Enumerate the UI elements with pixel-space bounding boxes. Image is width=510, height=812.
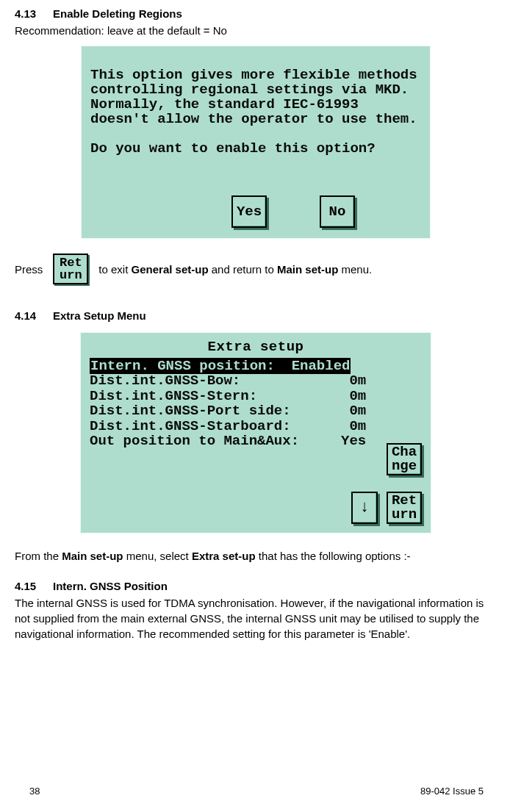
extra-setup-panel: Extra setup Intern. GNSS position: Enabl… xyxy=(80,332,431,533)
down-arrow-button[interactable]: ↓ xyxy=(351,492,378,524)
after-extra-bold2: Extra set-up xyxy=(192,550,256,562)
yes-button[interactable]: Yes xyxy=(231,195,267,228)
change-button[interactable]: Cha nge xyxy=(387,443,422,475)
press-end: menu. xyxy=(342,263,373,276)
dialog-enable-deleting-regions: This option gives more flexible methods … xyxy=(81,46,431,239)
heading-413: 4.13 Enable Deleting Regions xyxy=(15,6,497,23)
dialog-line1: This option gives more flexible methods xyxy=(90,67,417,83)
after-extra-paragraph: From the Main set-up menu, select Extra … xyxy=(15,548,497,564)
dialog-line2: controlling regional settings via MKD. xyxy=(90,82,409,98)
doc-id: 89-042 Issue 5 xyxy=(420,785,484,798)
after-extra-post: that has the following options :- xyxy=(259,550,411,562)
extra-setup-title: Extra setup xyxy=(81,333,431,357)
heading-415-title: Intern. GNSS Position xyxy=(53,578,168,594)
press-bold2: Main set-up xyxy=(277,263,338,276)
return-button-inline-label: Ret urn xyxy=(60,256,82,281)
after-extra-bold1: Main set-up xyxy=(62,550,123,562)
change-button-label: Cha nge xyxy=(392,445,417,473)
heading-414: 4.14 Extra Setup Menu xyxy=(15,308,497,325)
heading-414-title: Extra Setup Menu xyxy=(53,308,146,323)
heading-413-title: Enable Deleting Regions xyxy=(53,6,182,21)
press-return-line: Press Ret urn to exit General set-up and… xyxy=(15,254,497,284)
page: 4.13 Enable Deleting Regions Recommendat… xyxy=(15,6,497,807)
press-after-text: to exit xyxy=(98,263,128,276)
press-mid: and return to xyxy=(212,263,274,276)
dialog-line3: Normally, the standard IEC-61993 xyxy=(90,96,359,112)
recommendation-413: Recommendation: leave at the default = N… xyxy=(15,23,497,38)
page-footer: 38 89-042 Issue 5 xyxy=(29,785,484,798)
press-after: to exit General set-up and return to Mai… xyxy=(98,262,372,277)
after-extra-mid: menu, select xyxy=(126,550,189,562)
dialog-line4: doesn't allow the operator to use them. xyxy=(90,111,417,127)
page-number: 38 xyxy=(29,785,40,798)
extra-setup-list: Intern. GNSS position: Enabled Dist.int.… xyxy=(81,357,431,449)
press-bold1: General set-up xyxy=(132,263,209,276)
dialog-prompt: Do you want to enable this option? xyxy=(90,140,376,157)
heading-413-number: 4.13 xyxy=(15,6,53,23)
return-button[interactable]: Ret urn xyxy=(387,492,422,524)
heading-414-number: 4.14 xyxy=(15,308,53,325)
heading-415-number: 4.15 xyxy=(15,578,53,595)
heading-415: 4.15 Intern. GNSS Position xyxy=(15,578,497,595)
return-button-inline[interactable]: Ret urn xyxy=(53,254,88,284)
press-label: Press xyxy=(15,262,43,277)
return-button-label: Ret urn xyxy=(392,494,417,522)
no-button[interactable]: No xyxy=(320,195,355,228)
after-extra-pre: From the xyxy=(15,550,59,562)
body-415: The internal GNSS is used for TDMA synch… xyxy=(15,595,497,642)
dialog-text: This option gives more flexible methods … xyxy=(82,46,430,165)
